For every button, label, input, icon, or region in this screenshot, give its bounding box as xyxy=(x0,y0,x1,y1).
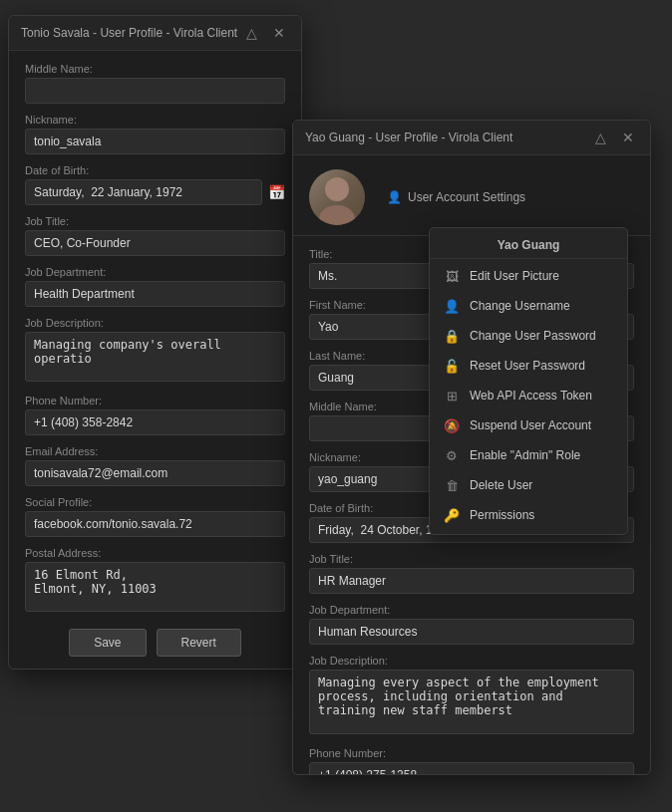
yao-jobdesc-group: Job Description: Managing every aspect o… xyxy=(309,655,634,737)
delete-user-icon: 🗑 xyxy=(444,477,460,493)
nickname-group: Nickname: xyxy=(25,114,285,154)
permissions-icon: 🔑 xyxy=(444,507,460,523)
email-group: Email Address: xyxy=(25,445,285,486)
job-dept-group: Job Department: xyxy=(25,266,285,307)
social-group: Social Profile: xyxy=(25,496,285,537)
save-button[interactable]: Save xyxy=(69,629,146,657)
postal-input[interactable]: 16 Elmont Rd, Elmont, NY, 11003 xyxy=(25,562,285,612)
phone-group: Phone Number: xyxy=(25,395,285,435)
yao-jobtitle-input[interactable] xyxy=(309,568,634,594)
edit-picture-icon: 🖼 xyxy=(444,268,460,284)
menu-item-permissions[interactable]: 🔑 Permissions xyxy=(430,500,627,530)
menu-item-suspend[interactable]: 🔕 Suspend User Account xyxy=(430,410,627,440)
svg-point-1 xyxy=(319,205,355,225)
suspend-icon: 🔕 xyxy=(444,417,460,433)
account-settings-label: User Account Settings xyxy=(408,190,525,204)
yao-jobtitle-group: Job Title: xyxy=(309,553,634,594)
tonio-window-controls: △ ✕ xyxy=(242,24,289,42)
tonio-titlebar: Tonio Savala - User Profile - Virola Cli… xyxy=(9,16,301,51)
context-menu: Yao Guang 🖼 Edit User Picture 👤 Change U… xyxy=(429,227,628,535)
email-label: Email Address: xyxy=(25,445,285,457)
yao-jobtitle-label: Job Title: xyxy=(309,553,634,565)
yao-close-button[interactable]: ✕ xyxy=(618,129,638,146)
tonio-close-button[interactable]: ✕ xyxy=(269,24,289,42)
yao-phone-group: Phone Number: xyxy=(309,747,634,774)
job-title-input[interactable] xyxy=(25,230,285,256)
dob-input[interactable] xyxy=(25,179,262,205)
reset-password-icon: 🔓 xyxy=(444,358,460,374)
postal-label: Postal Address: xyxy=(25,547,285,559)
change-username-label: Change Username xyxy=(470,299,570,313)
phone-input[interactable] xyxy=(25,409,285,435)
job-desc-label: Job Description: xyxy=(25,317,285,329)
admin-role-icon: ⚙ xyxy=(444,447,460,463)
avatar-image xyxy=(309,169,365,225)
yao-minimize-button[interactable]: △ xyxy=(591,129,610,146)
tonio-button-row: Save Revert xyxy=(25,629,285,657)
dropdown-header: Yao Guang xyxy=(430,232,627,259)
middle-name-group: Middle Name: xyxy=(25,63,285,104)
job-title-label: Job Title: xyxy=(25,215,285,227)
job-desc-input[interactable]: Managing company's overall operatio xyxy=(25,332,285,382)
menu-item-change-username[interactable]: 👤 Change Username xyxy=(430,291,627,321)
web-api-label: Web API Access Token xyxy=(470,389,592,403)
edit-picture-label: Edit User Picture xyxy=(470,269,559,283)
revert-button[interactable]: Revert xyxy=(157,629,241,657)
tonio-form: Middle Name: Nickname: Date of Birth: 📅 … xyxy=(9,51,301,669)
social-label: Social Profile: xyxy=(25,496,285,508)
yao-jobdept-group: Job Department: xyxy=(309,604,634,645)
yao-profile-header: 👤 User Account Settings xyxy=(293,155,650,236)
middle-name-input[interactable] xyxy=(25,78,285,104)
dob-group: Date of Birth: 📅 xyxy=(25,164,285,205)
suspend-label: Suspend User Account xyxy=(470,418,591,432)
postal-group: Postal Address: 16 Elmont Rd, Elmont, NY… xyxy=(25,547,285,615)
change-password-icon: 🔒 xyxy=(444,328,460,344)
yao-window-title: Yao Guang - User Profile - Virola Client xyxy=(305,131,512,144)
yao-phone-input[interactable] xyxy=(309,762,634,774)
avatar xyxy=(309,169,365,225)
job-dept-label: Job Department: xyxy=(25,266,285,278)
email-input[interactable] xyxy=(25,460,285,486)
change-username-icon: 👤 xyxy=(444,298,460,314)
yao-jobdesc-input[interactable]: Managing every aspect of the employment … xyxy=(309,670,634,734)
social-input[interactable] xyxy=(25,511,285,537)
dob-label: Date of Birth: xyxy=(25,164,285,176)
tonio-window-title: Tonio Savala - User Profile - Virola Cli… xyxy=(21,26,237,40)
menu-item-web-api[interactable]: ⊞ Web API Access Token xyxy=(430,381,627,410)
tonio-window: Tonio Savala - User Profile - Virola Cli… xyxy=(8,15,302,670)
reset-password-label: Reset User Password xyxy=(470,359,585,373)
tonio-minimize-button[interactable]: △ xyxy=(242,24,261,42)
yao-jobdept-label: Job Department: xyxy=(309,604,634,616)
permissions-label: Permissions xyxy=(470,508,534,522)
calendar-icon[interactable]: 📅 xyxy=(268,184,285,200)
menu-item-admin-role[interactable]: ⚙ Enable "Admin" Role xyxy=(430,440,627,470)
job-title-group: Job Title: xyxy=(25,215,285,256)
menu-item-edit-picture[interactable]: 🖼 Edit User Picture xyxy=(430,261,627,291)
phone-label: Phone Number: xyxy=(25,395,285,406)
job-desc-group: Job Description: Managing company's over… xyxy=(25,317,285,385)
account-settings-button[interactable]: 👤 User Account Settings xyxy=(379,186,533,208)
yao-jobdept-input[interactable] xyxy=(309,619,634,645)
change-password-label: Change User Password xyxy=(470,329,596,343)
web-api-icon: ⊞ xyxy=(444,388,460,404)
delete-user-label: Delete User xyxy=(470,478,532,492)
admin-role-label: Enable "Admin" Role xyxy=(470,448,580,462)
account-settings-icon: 👤 xyxy=(387,190,402,204)
middle-name-label: Middle Name: xyxy=(25,63,285,75)
menu-item-delete-user[interactable]: 🗑 Delete User xyxy=(430,470,627,500)
job-dept-input[interactable] xyxy=(25,281,285,307)
yao-phone-label: Phone Number: xyxy=(309,747,634,759)
nickname-input[interactable] xyxy=(25,129,285,154)
nickname-label: Nickname: xyxy=(25,114,285,126)
svg-point-0 xyxy=(325,177,349,201)
yao-jobdesc-label: Job Description: xyxy=(309,655,634,667)
menu-item-change-password[interactable]: 🔒 Change User Password xyxy=(430,321,627,351)
yao-window-controls: △ ✕ xyxy=(591,129,638,146)
dob-input-wrap: 📅 xyxy=(25,179,285,205)
avatar-svg xyxy=(309,169,365,225)
menu-item-reset-password[interactable]: 🔓 Reset User Password xyxy=(430,351,627,381)
yao-titlebar: Yao Guang - User Profile - Virola Client… xyxy=(293,121,650,155)
